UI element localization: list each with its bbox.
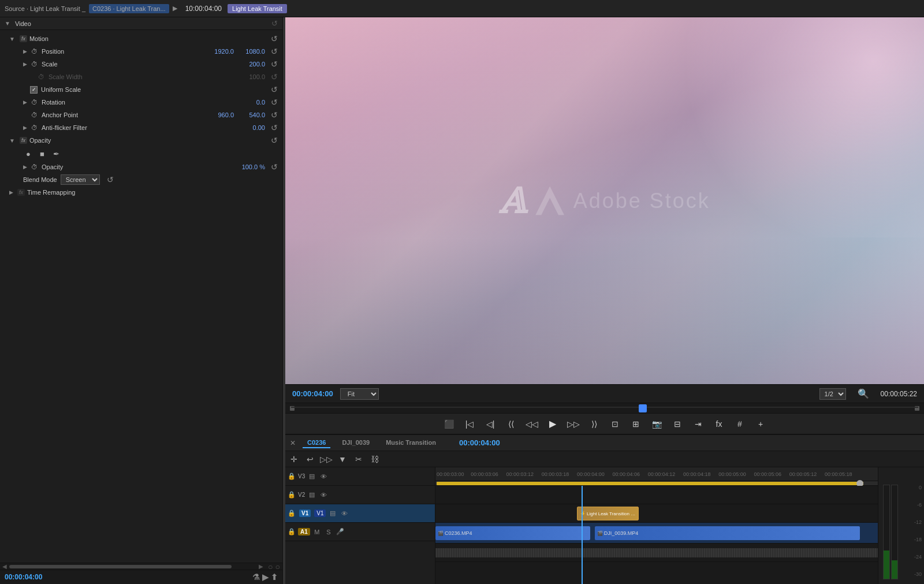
pen-icon[interactable]: ✒ [51, 148, 61, 159]
opacity-value[interactable]: 100.0 % [236, 163, 265, 170]
scrubber-track [291, 407, 918, 408]
export-icon[interactable]: ⬆ [271, 572, 278, 582]
af-reset[interactable]: ↺ [271, 123, 278, 132]
v1-nested-icon[interactable]: ▤ [328, 509, 337, 518]
next-frame-button[interactable]: ◁| [482, 416, 498, 432]
effects-button[interactable]: fx [711, 416, 727, 432]
undo-tool[interactable]: ↩ [304, 453, 316, 466]
v1-lock-icon[interactable]: 🔒 [288, 509, 296, 517]
rotation-reset[interactable]: ↺ [271, 98, 278, 107]
rotation-value[interactable]: 0.0 [236, 99, 265, 106]
timeline-timecode: 00:00:04:00 [459, 438, 500, 447]
tab-music-transition[interactable]: Music Transition [381, 438, 441, 448]
overwrite-button[interactable]: ⊞ [628, 416, 644, 432]
ruler-bar[interactable]: 00:00:03:00 00:00:03:06 00:00:03:12 00:0… [435, 467, 878, 481]
funnel-icon[interactable]: ⚗ [252, 572, 260, 582]
tr-expand[interactable]: ▶ [9, 189, 15, 195]
video-collapse[interactable]: ▼ [5, 20, 10, 27]
a1-lock-icon[interactable]: 🔒 [288, 528, 296, 535]
fit-selector[interactable]: Fit 25% 50% 100% [340, 388, 379, 400]
motion-row[interactable]: ▼ fx Motion ↺ [0, 32, 282, 45]
lift-button[interactable]: ⊟ [669, 416, 685, 432]
track-select-tool[interactable]: ▷▷ [320, 453, 333, 466]
position-row: ▶ ⏱ Position 1920.0 1080.0 ↺ [0, 45, 282, 58]
step-back-button[interactable]: ◁◁ [524, 416, 540, 432]
v3-eye-icon[interactable]: 👁 [319, 472, 328, 481]
link-tool[interactable]: ⛓ [368, 453, 381, 466]
play-button[interactable]: ▶ [545, 416, 561, 432]
page-selector[interactable]: 1/2 2/2 [819, 388, 846, 400]
v2-lock-icon[interactable]: 🔒 [288, 491, 296, 499]
extract-button[interactable]: ⇥ [690, 416, 706, 432]
motion-reset[interactable]: ↺ [271, 34, 278, 43]
ap-reset[interactable]: ↺ [271, 110, 278, 120]
tab-c0236[interactable]: C0236 [303, 438, 330, 448]
c0236-clip[interactable]: 🎬 C0236.MP4 [435, 526, 590, 540]
v3-nested-icon[interactable]: ▤ [307, 472, 316, 481]
scale-reset[interactable]: ↺ [271, 59, 278, 69]
square-icon[interactable]: ■ [37, 148, 47, 159]
go-to-out-button[interactable]: ⟩⟩ [586, 416, 602, 432]
tooltip-label: Light Leak Transit [228, 4, 287, 13]
v1-eye-icon[interactable]: 👁 [340, 509, 349, 518]
marker-tool[interactable]: ▼ [336, 453, 349, 466]
circle-icon[interactable]: ● [23, 148, 33, 159]
scroll-left-arrow[interactable]: ◀ [2, 563, 7, 570]
mini-scrubber[interactable] [285, 403, 924, 413]
v3-lock-icon[interactable]: 🔒 [288, 473, 296, 480]
insert-button[interactable]: ⊡ [607, 416, 623, 432]
clip-selector[interactable]: C0236 · Light Leak Tran... [89, 4, 169, 13]
timeline-close-button[interactable]: ✕ [290, 439, 296, 447]
position-y[interactable]: 1080.0 [236, 48, 265, 55]
uniform-scale-checkbox[interactable]: ✓ [30, 86, 38, 94]
af-expand[interactable]: ▶ [23, 125, 29, 131]
a1-s-btn[interactable]: S [324, 527, 333, 537]
zoom-icon[interactable]: 🔍 [858, 388, 869, 399]
a1-mic-icon[interactable]: 🎤 [336, 527, 345, 537]
position-x[interactable]: 1920.0 [205, 48, 234, 55]
opacity-section-reset[interactable]: ↺ [271, 136, 278, 145]
rotation-expand[interactable]: ▶ [23, 99, 29, 105]
razor-tool[interactable]: ✂ [352, 453, 365, 466]
effect-controls-scrollbar[interactable]: ◀ ▶ ○ ○ [0, 563, 282, 570]
anchor-y[interactable]: 540.0 [236, 111, 265, 118]
level-0: 0 [914, 485, 922, 490]
work-area-range[interactable] [437, 482, 863, 485]
tab-dji0039[interactable]: DJI_0039 [337, 438, 374, 448]
blend-mode-select[interactable]: Screen Normal Multiply Overlay [61, 174, 100, 185]
dji0039-clip[interactable]: 🎬 DJI_0039.MP4 [595, 526, 860, 540]
opacity-reset[interactable]: ↺ [271, 162, 278, 172]
scale-expand[interactable]: ▶ [23, 61, 29, 67]
export-frame-button[interactable]: 📷 [649, 416, 665, 432]
ruler-mark-8: 00:00:05:00 [718, 471, 746, 477]
opacity-collapse[interactable]: ▼ [9, 137, 15, 144]
selection-tool[interactable]: ✛ [288, 453, 300, 466]
opacity-expand[interactable]: ▶ [23, 164, 29, 170]
grid-button[interactable]: # [732, 416, 748, 432]
time-remapping-row[interactable]: ▶ fx Time Remapping [0, 186, 282, 199]
timeline-header: ✕ C0236 DJI_0039 Music Transition 00:00:… [285, 435, 924, 451]
opacity-section-row[interactable]: ▼ fx Opacity ↺ [0, 134, 282, 147]
position-expand[interactable]: ▶ [23, 49, 29, 54]
position-reset[interactable]: ↺ [271, 47, 278, 56]
add-button[interactable]: + [752, 416, 769, 432]
uniform-scale-reset[interactable]: ↺ [271, 85, 278, 94]
scroll-right-arrow[interactable]: ▶ [259, 563, 263, 570]
scrubber-playhead-handle[interactable] [639, 404, 647, 412]
anti-flicker-value[interactable]: 0.00 [236, 124, 265, 131]
go-to-in-button[interactable]: ⟨⟨ [503, 416, 519, 432]
light-leak-clip[interactable]: ⚡ Light Leak Transition - 4K Professiona… [577, 507, 639, 520]
level-12: -12 [914, 519, 922, 525]
mark-in-button[interactable]: ⬛ [441, 416, 457, 432]
blend-reset[interactable]: ↺ [107, 175, 114, 184]
forward-icon[interactable]: ▶ [262, 572, 269, 582]
v2-nested-icon[interactable]: ▤ [307, 490, 316, 500]
motion-collapse[interactable]: ▼ [9, 36, 15, 42]
video-reset[interactable]: ↺ [271, 19, 278, 28]
a1-m-btn[interactable]: M [312, 527, 322, 537]
prev-frame-button[interactable]: |◁ [461, 416, 478, 432]
scale-value[interactable]: 200.0 [236, 61, 265, 68]
anchor-x[interactable]: 960.0 [205, 111, 234, 118]
v2-eye-icon[interactable]: 👁 [319, 490, 328, 500]
step-forward-button[interactable]: ▷▷ [565, 416, 582, 432]
